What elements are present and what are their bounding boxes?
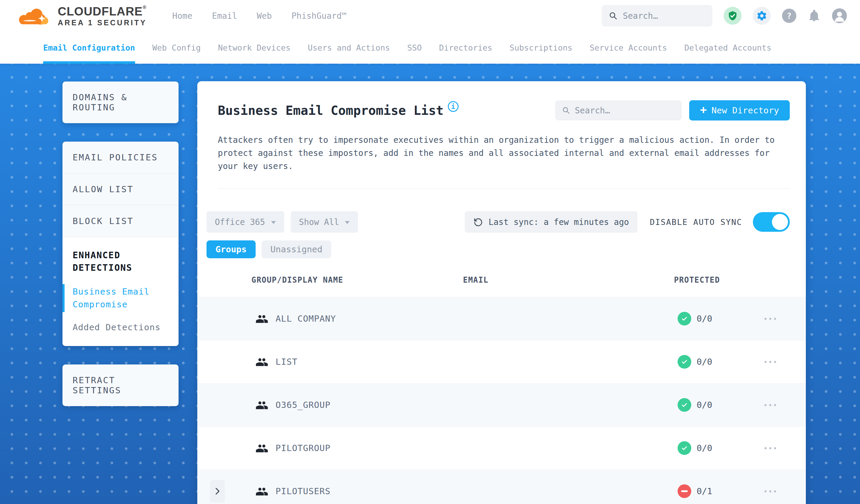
show-filter-select[interactable]: Show All — [291, 211, 358, 233]
sidebar-item-block-list[interactable]: BLOCK LIST — [62, 205, 178, 237]
refresh-icon — [473, 217, 483, 227]
security-status-icon[interactable] — [724, 7, 742, 25]
ellipsis-icon — [764, 490, 766, 492]
directory-select[interactable]: Office 365 — [206, 211, 284, 233]
tab-delegated-accounts[interactable]: Delegated Accounts — [685, 31, 772, 64]
table-header: GROUP/DISPLAY NAME EMAIL PROTECTED — [197, 271, 806, 297]
settings-button[interactable] — [753, 7, 771, 25]
expand-row-button[interactable] — [210, 480, 225, 503]
nav-item-home[interactable]: Home — [172, 11, 192, 21]
ellipsis-icon — [764, 361, 766, 363]
group-icon — [256, 485, 268, 497]
table-row: LIST 0/0 — [197, 340, 806, 383]
sidebar-item-allow-list[interactable]: ALLOW LIST — [62, 173, 178, 205]
ellipsis-icon — [764, 447, 766, 449]
tab-directories[interactable]: Directories — [439, 31, 492, 64]
global-search-input[interactable] — [623, 11, 705, 21]
sidebar-item-added-detections[interactable]: Added Detections — [73, 322, 169, 332]
protected-check-badge — [677, 355, 691, 369]
registered-mark: ® — [143, 5, 147, 10]
header-actions: ? — [602, 5, 847, 27]
tab-sso[interactable]: SSO — [407, 31, 422, 64]
table-row: PILOTGROUP 0/0 — [197, 426, 806, 470]
sidebar-item-domains-routing[interactable]: DOMAINS & ROUTING — [62, 82, 178, 123]
unprotected-minus-badge — [677, 484, 691, 498]
help-button[interactable]: ? — [782, 9, 796, 23]
tab-users-and-actions[interactable]: Users and Actions — [308, 31, 390, 64]
show-filter-value: Show All — [299, 217, 339, 227]
sidebar-item-retract-settings[interactable]: RETRACT SETTINGS — [62, 364, 178, 406]
shield-check-icon — [728, 11, 738, 21]
secondary-nav: Email Configuration Web Config Network D… — [0, 31, 860, 64]
last-sync-button[interactable]: Last sync: a few minutes ago — [465, 211, 637, 233]
search-icon — [609, 11, 617, 21]
tab-network-devices[interactable]: Network Devices — [218, 31, 290, 64]
notifications-bell-icon[interactable] — [808, 9, 821, 22]
account-button[interactable] — [832, 8, 847, 23]
toggle-knob — [772, 214, 788, 230]
cloudflare-logo[interactable]: CLOUDFLARE® AREA 1 SECURITY — [17, 5, 147, 27]
page-title: Business Email Compromise List — [218, 103, 444, 118]
directory-select-value: Office 365 — [215, 217, 265, 227]
column-protected: PROTECTED — [674, 275, 763, 285]
auto-sync-label: DISABLE AUTO SYNC — [650, 217, 742, 227]
auto-sync-toggle[interactable] — [753, 212, 790, 232]
last-sync-label: Last sync: a few minutes ago — [489, 217, 629, 227]
protected-count: 0/0 — [697, 443, 712, 453]
protected-count: 0/1 — [697, 486, 712, 496]
group-icon — [256, 313, 268, 325]
question-mark-icon: ? — [787, 11, 791, 20]
view-tab-unassigned[interactable]: Unassigned — [261, 240, 331, 258]
plus-icon: + — [700, 103, 707, 116]
gear-icon — [756, 10, 768, 21]
tab-email-configuration[interactable]: Email Configuration — [43, 31, 135, 64]
brand-subtitle: AREA 1 SECURITY — [58, 19, 147, 27]
list-search-input[interactable] — [575, 106, 675, 115]
sidebar-item-business-email-compromise[interactable]: Business Email Compromise — [73, 285, 153, 311]
info-icon[interactable]: i — [448, 101, 459, 112]
bec-list-panel: Business Email Compromise List i + New D… — [197, 81, 806, 504]
nav-item-web[interactable]: Web — [257, 11, 272, 21]
group-icon — [256, 399, 268, 411]
tab-subscriptions[interactable]: Subscriptions — [510, 31, 572, 64]
nav-item-email[interactable]: Email — [212, 11, 237, 21]
settings-sidebar: DOMAINS & ROUTING EMAIL POLICIES ALLOW L… — [62, 82, 178, 406]
protected-count: 0/0 — [697, 400, 712, 410]
sidebar-item-enhanced-detections[interactable]: ENHANCED DETECTIONS — [73, 249, 150, 274]
tab-web-config[interactable]: Web Config — [152, 31, 201, 64]
chevron-down-icon — [271, 221, 276, 224]
protected-check-badge — [677, 398, 691, 412]
group-icon — [256, 442, 268, 454]
brand-name: CLOUDFLARE® — [58, 5, 147, 17]
groups-table: GROUP/DISPLAY NAME EMAIL PROTECTED ALL C… — [197, 271, 806, 504]
column-group-display-name: GROUP/DISPLAY NAME — [197, 275, 463, 285]
search-icon — [562, 106, 570, 115]
chevron-right-icon — [215, 487, 220, 495]
group-name: PILOTUSERS — [275, 486, 331, 496]
chevron-down-icon — [345, 221, 350, 224]
sidebar-policies-card: EMAIL POLICIES ALLOW LIST BLOCK LIST ENH… — [62, 142, 178, 346]
row-menu-button[interactable] — [763, 361, 806, 363]
row-menu-button[interactable] — [763, 318, 806, 320]
nav-item-phishguard[interactable]: PhishGuard™ — [291, 11, 346, 21]
row-menu-button[interactable] — [763, 404, 806, 406]
group-name: ALL COMPANY — [275, 314, 336, 324]
ellipsis-icon — [764, 318, 766, 320]
view-tab-groups[interactable]: Groups — [206, 240, 256, 258]
global-search[interactable] — [602, 5, 713, 27]
row-menu-button[interactable] — [763, 490, 806, 492]
page-description: Attackers often try to impersonate execu… — [197, 120, 792, 173]
cloudflare-cloud-icon — [17, 6, 52, 26]
protected-check-badge — [677, 441, 691, 455]
list-search[interactable] — [555, 101, 682, 120]
sidebar-section-enhanced-detections: ENHANCED DETECTIONS Business Email Compr… — [62, 237, 178, 346]
sidebar-item-email-policies[interactable]: EMAIL POLICIES — [62, 142, 178, 173]
table-row: O365_GROUP 0/0 — [197, 383, 806, 426]
new-directory-button[interactable]: + New Directory — [689, 100, 790, 120]
protected-count: 0/0 — [697, 314, 712, 324]
tab-service-accounts[interactable]: Service Accounts — [590, 31, 667, 64]
group-icon — [256, 356, 268, 368]
row-menu-button[interactable] — [763, 447, 806, 449]
list-controls: Office 365 Show All Last sync: a few min… — [197, 189, 806, 233]
panel-header: Business Email Compromise List i + New D… — [197, 81, 806, 120]
